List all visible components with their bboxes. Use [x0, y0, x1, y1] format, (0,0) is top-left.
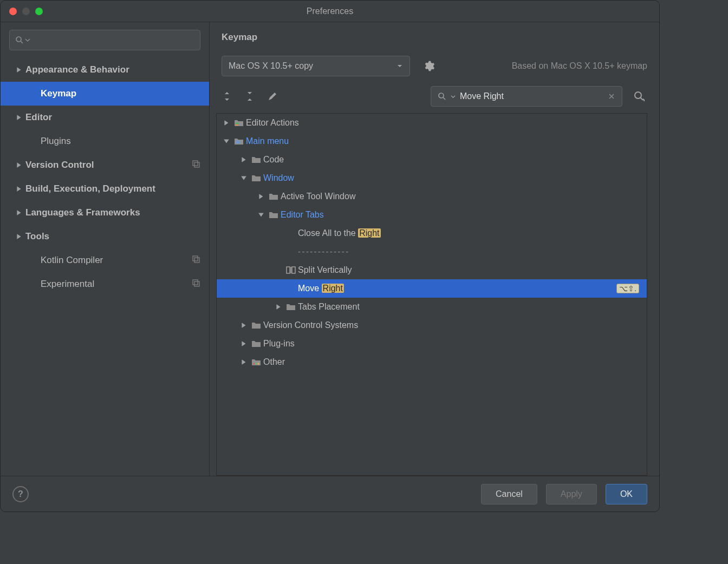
svg-rect-12 — [236, 123, 239, 124]
expand-icon[interactable] — [238, 156, 249, 163]
titlebar: Preferences — [1, 1, 659, 22]
collapse-all-icon[interactable] — [244, 91, 255, 102]
svg-line-11 — [640, 97, 643, 100]
tree-row-label: Active Tool Window — [281, 192, 355, 201]
chevron-down-icon — [25, 37, 30, 43]
page-title: Keymap — [210, 22, 659, 43]
sidebar-item-label: Appearance & Behavior — [25, 64, 200, 75]
tree-row[interactable]: Editor Tabs — [217, 206, 647, 224]
sidebar-item-label: Languages & Frameworks — [25, 207, 200, 218]
sidebar-item-label: Editor — [25, 112, 200, 123]
svg-rect-14 — [236, 141, 240, 142]
sidebar-item-label: Experimental — [41, 279, 192, 290]
separator: ------------- — [298, 247, 349, 257]
find-by-shortcut-button[interactable] — [631, 90, 647, 102]
sidebar-item-kotlin-compiler[interactable]: Kotlin Compiler — [1, 248, 209, 272]
tree-row[interactable]: ------------- — [217, 242, 647, 261]
expand-icon[interactable] — [221, 138, 232, 145]
tree-row[interactable]: Window — [217, 169, 647, 187]
expand-icon[interactable] — [238, 340, 249, 347]
cancel-button[interactable]: Cancel — [481, 484, 537, 504]
sidebar-item-label: Kotlin Compiler — [41, 255, 192, 266]
tree-row[interactable]: Code — [217, 150, 647, 169]
gear-icon[interactable] — [423, 60, 435, 72]
svg-rect-7 — [194, 281, 199, 286]
edit-icon[interactable] — [267, 91, 278, 102]
sidebar-item-build-execution-deployment[interactable]: Build, Execution, Deployment — [1, 177, 209, 201]
tree-row-label: Editor Actions — [246, 118, 299, 128]
tree-row[interactable]: Tabs Placement — [217, 298, 647, 316]
chevron-right-icon — [16, 162, 22, 168]
svg-point-20 — [256, 363, 257, 365]
expand-icon[interactable] — [256, 193, 266, 200]
expand-icon[interactable] — [273, 304, 284, 310]
tree-row-label: Plug-ins — [263, 339, 295, 349]
apply-button[interactable]: Apply — [546, 484, 597, 504]
tree-row[interactable]: Close All to the Right — [217, 224, 647, 242]
expand-icon[interactable] — [238, 175, 249, 181]
folder-icon — [266, 192, 281, 201]
chevron-down-icon — [396, 63, 403, 69]
based-on-label: Based on Mac OS X 10.5+ keymap — [512, 61, 647, 71]
svg-point-19 — [253, 363, 255, 365]
svg-rect-3 — [194, 162, 199, 167]
sidebar-item-version-control[interactable]: Version Control — [1, 153, 209, 177]
clear-icon[interactable] — [608, 93, 615, 100]
chevron-down-icon — [451, 94, 456, 99]
help-button[interactable]: ? — [12, 486, 29, 502]
expand-icon[interactable] — [256, 212, 266, 218]
sidebar: Appearance & BehaviorKeymapEditorPlugins… — [1, 22, 210, 476]
sidebar-list: Appearance & BehaviorKeymapEditorPlugins… — [1, 56, 209, 476]
search-icon — [438, 92, 446, 101]
tree-row[interactable]: Split Vertically — [217, 261, 647, 279]
project-scope-icon — [192, 255, 200, 266]
keymap-tree[interactable]: Editor ActionsMain menuCodeWindowActive … — [216, 113, 647, 476]
sidebar-item-tools[interactable]: Tools — [1, 225, 209, 248]
tree-row[interactable]: Move Right⌥⇧. — [217, 279, 647, 298]
ok-button[interactable]: OK — [606, 484, 647, 504]
expand-icon[interactable] — [238, 359, 249, 365]
chevron-right-icon — [16, 233, 22, 240]
tree-row-label: Tabs Placement — [298, 302, 360, 312]
sidebar-item-keymap[interactable]: Keymap — [1, 82, 209, 106]
tree-row-label: Editor Tabs — [281, 210, 324, 220]
sidebar-item-editor[interactable]: Editor — [1, 106, 209, 129]
svg-rect-2 — [193, 161, 198, 166]
sidebar-item-plugins[interactable]: Plugins — [1, 129, 209, 153]
tree-row[interactable]: Main menu — [217, 132, 647, 150]
expand-icon[interactable] — [238, 322, 249, 329]
svg-rect-5 — [194, 258, 199, 263]
tree-row[interactable]: Plug-ins — [217, 335, 647, 353]
sidebar-search[interactable] — [9, 30, 200, 50]
sidebar-item-experimental[interactable]: Experimental — [1, 272, 209, 296]
action-search[interactable] — [431, 86, 622, 107]
toolbar — [210, 86, 659, 113]
tree-row[interactable]: Active Tool Window — [217, 187, 647, 206]
action-search-input[interactable] — [460, 91, 603, 101]
folder-icon — [284, 303, 298, 311]
expand-icon[interactable] — [221, 120, 232, 126]
content: Appearance & BehaviorKeymapEditorPlugins… — [1, 22, 659, 476]
project-scope-icon — [192, 279, 200, 290]
chevron-right-icon — [16, 209, 22, 216]
sidebar-item-appearance-behavior[interactable]: Appearance & Behavior — [1, 58, 209, 82]
expand-all-icon[interactable] — [222, 91, 232, 102]
tree-row[interactable]: Other — [217, 353, 647, 371]
folder-icon — [266, 211, 281, 219]
tree-row[interactable]: Version Control Systems — [217, 316, 647, 335]
other-icon — [249, 358, 263, 366]
svg-line-9 — [443, 97, 445, 100]
footer: ? Cancel Apply OK — [1, 476, 659, 511]
sidebar-item-languages-frameworks[interactable]: Languages & Frameworks — [1, 201, 209, 225]
folder-icon — [249, 321, 263, 330]
find-shortcut-icon — [633, 90, 645, 102]
shortcut-badge: ⌥⇧. — [616, 284, 639, 293]
tree-row[interactable]: Editor Actions — [217, 114, 647, 132]
folder-icon — [249, 174, 263, 182]
sidebar-item-label: Build, Execution, Deployment — [25, 183, 200, 194]
chevron-right-icon — [16, 186, 22, 192]
keymap-select[interactable]: Mac OS X 10.5+ copy — [222, 56, 410, 76]
sidebar-item-label: Version Control — [25, 160, 192, 170]
folder-icon — [249, 339, 263, 348]
main-panel: Keymap Mac OS X 10.5+ copy Based on Mac … — [210, 22, 659, 476]
